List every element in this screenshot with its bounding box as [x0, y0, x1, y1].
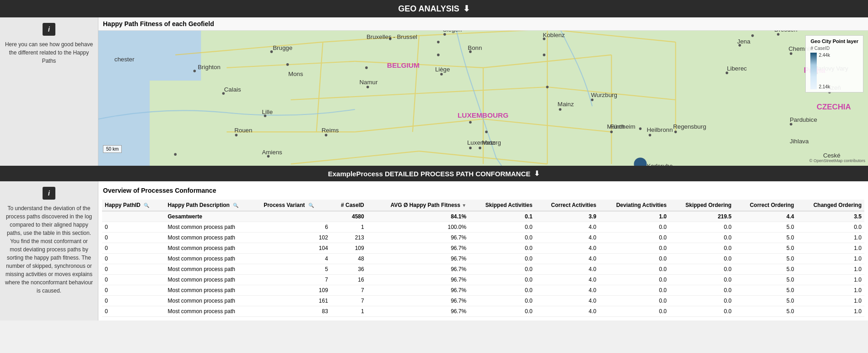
row-changed-order: 1.0 — [797, 264, 864, 275]
table-row: 0 Most common process path 109 7 96.7% 0… — [102, 285, 864, 296]
svg-point-64 — [726, 71, 728, 74]
row-path-id: 0 — [102, 233, 165, 243]
svg-text:BELGIUM: BELGIUM — [387, 61, 420, 69]
row-path-desc: Most common process path — [165, 275, 261, 285]
conformance-header: ExampleProcess DETAILED PROCESS PATH CON… — [0, 166, 868, 181]
svg-text:Mainz: Mainz — [558, 101, 574, 108]
col-happy-path-desc: Happy Path Description 🔍 — [165, 200, 261, 211]
legend-title: Geo City Point layer — [810, 38, 858, 44]
row-correct-order: 5.0 — [734, 222, 797, 233]
row-skip-order: 0.0 — [669, 264, 734, 275]
svg-point-59 — [777, 33, 780, 36]
row-case-id: 48 — [331, 254, 367, 264]
svg-point-30 — [235, 134, 238, 136]
row-path-id: 0 — [102, 296, 165, 306]
row-path-id: 0 — [102, 306, 165, 317]
sum-correct-act: 3.9 — [535, 211, 599, 222]
svg-text:Regensburg: Regensburg — [673, 123, 706, 130]
svg-text:Bruxelles - Brussel: Bruxelles - Brussel — [367, 33, 417, 40]
row-correct-act: 4.0 — [535, 296, 599, 306]
search-icon-path-desc[interactable]: 🔍 — [233, 203, 238, 208]
row-skip-order: 0.0 — [669, 306, 734, 317]
row-variant: 6 — [261, 222, 331, 233]
row-variant: 109 — [261, 285, 331, 296]
row-path-desc: Most common process path — [165, 222, 261, 233]
left-panel-top: i Here you can see how good behave the d… — [0, 17, 98, 166]
table-row: 0 Most common process path 102 213 96.7%… — [102, 233, 864, 243]
search-icon-path-id[interactable]: 🔍 — [144, 203, 149, 208]
search-icon-variant[interactable]: 🔍 — [308, 203, 314, 208]
row-deviate-act: 0.0 — [599, 243, 669, 254]
row-skip-order: 0.0 — [669, 254, 734, 264]
row-changed-order: 1.0 — [797, 285, 864, 296]
svg-text:Amiens: Amiens — [262, 149, 282, 156]
map-svg: Brighton Brugge Calais Lille Amiens Le H… — [98, 31, 868, 166]
row-fitness: 96.7% — [367, 306, 469, 317]
svg-text:CZECHIA: CZECHIA — [817, 103, 851, 111]
row-correct-act: 4.0 — [535, 285, 599, 296]
svg-text:Jena: Jena — [737, 38, 750, 45]
row-changed-order: 1.0 — [797, 296, 864, 306]
svg-point-55 — [649, 134, 652, 136]
svg-text:Ceské: Ceské — [823, 152, 841, 159]
svg-point-39 — [367, 86, 369, 88]
row-path-desc: Most common process path — [165, 285, 261, 296]
row-deviate-act: 0.0 — [599, 285, 669, 296]
svg-text:Reims: Reims — [322, 127, 339, 134]
legend-subtitle: # CaseID — [810, 46, 858, 51]
map-container[interactable]: Brighton Brugge Calais Lille Amiens Le H… — [98, 31, 868, 166]
left-panel-top-text: Here you can see how good behave the dif… — [4, 40, 94, 65]
row-skipped-act: 0.0 — [469, 243, 535, 254]
info-icon-bottom: i — [43, 187, 55, 200]
svg-text:Le Havre: Le Havre — [174, 165, 199, 166]
row-deviate-act: 0.0 — [599, 233, 669, 243]
svg-point-32 — [325, 134, 328, 136]
row-path-desc: Most common process path — [165, 264, 261, 275]
row-skip-order: 0.0 — [669, 296, 734, 306]
row-variant: 7 — [261, 275, 331, 285]
row-correct-order: 5.0 — [734, 254, 797, 264]
row-skipped-act: 0.0 — [469, 264, 535, 275]
svg-text:Wurzburg: Wurzburg — [591, 92, 617, 98]
row-deviate-act: 0.0 — [599, 275, 669, 285]
sort-arrow-fitness[interactable]: ▼ — [462, 203, 466, 208]
row-case-id: 16 — [331, 275, 367, 285]
row-case-id: 36 — [331, 264, 367, 275]
row-changed-order: 1.0 — [797, 254, 864, 264]
row-correct-order: 5.0 — [734, 275, 797, 285]
table-header-row: Happy PathID 🔍 Happy Path Description 🔍 … — [102, 200, 864, 211]
row-case-id: 1 — [331, 306, 367, 317]
row-path-id: 0 — [102, 275, 165, 285]
svg-text:Brighton: Brighton — [198, 64, 221, 71]
row-skipped-act: 0.0 — [469, 285, 535, 296]
geo-analysis-header: GEO ANALYSIS ⬇ — [0, 0, 868, 17]
info-icon-top: i — [43, 23, 55, 36]
svg-point-24 — [193, 70, 196, 72]
row-skipped-act: 0.0 — [469, 306, 535, 317]
row-fitness: 96.7% — [367, 285, 469, 296]
row-skip-order: 0.0 — [669, 243, 734, 254]
row-skipped-act: 0.0 — [469, 222, 535, 233]
sum-variant — [261, 211, 331, 222]
row-skip-order: 0.0 — [669, 222, 734, 233]
row-deviate-act: 0.0 — [599, 306, 669, 317]
overview-title: Overview of Processes Conformance — [102, 185, 864, 196]
table-row: 0 Most common process path 4 48 96.7% 0.… — [102, 254, 864, 264]
table-container[interactable]: Overview of Processes Conformance Happy … — [98, 181, 868, 320]
table-row: 0 Most common process path 161 7 96.7% 0… — [102, 296, 864, 306]
row-fitness: 96.7% — [367, 233, 469, 243]
row-path-desc: Most common process path — [165, 243, 261, 254]
legend-gradient — [810, 53, 817, 89]
svg-point-50 — [469, 121, 472, 124]
col-correct-ordering: Correct Ordering — [734, 200, 797, 211]
map-scale: 50 km — [103, 145, 122, 153]
row-changed-order: 0.0 — [797, 222, 864, 233]
svg-point-48 — [485, 130, 488, 133]
row-path-desc: Most common process path — [165, 254, 261, 264]
row-variant: 4 — [261, 254, 331, 264]
row-variant: 102 — [261, 233, 331, 243]
svg-text:Dresden: Dresden — [774, 31, 797, 33]
row-case-id: 7 — [331, 296, 367, 306]
row-deviate-act: 0.0 — [599, 222, 669, 233]
row-case-id: 1 — [331, 222, 367, 233]
